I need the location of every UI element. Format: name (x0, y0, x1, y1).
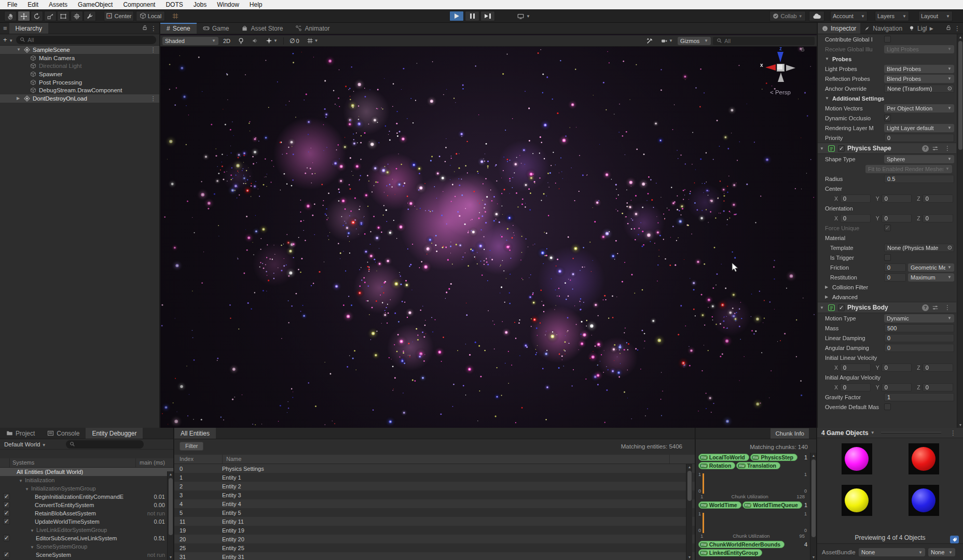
component-tag-linkedentitygroup[interactable]: RWLinkedEntityGroup (698, 549, 762, 556)
foldout-open-icon[interactable]: ▼ (30, 528, 34, 533)
scene-camera-dropdown[interactable]: ▼ (658, 36, 676, 45)
hierarchy-menu-icon[interactable]: ≡ (0, 24, 9, 32)
inspector-lock-icon[interactable] (945, 24, 952, 32)
hierarchy-item-dontdestroyonload[interactable]: ▶DontDestroyOnLoad⋮ (0, 94, 159, 103)
space-toggle[interactable]: Local (136, 11, 165, 21)
component-tag-worldtimequeue[interactable]: RWWorldTimeQueue (742, 501, 802, 509)
component-tag-localtoworld[interactable]: RWLocalToWorld (698, 454, 749, 461)
component-enabled-checkbox[interactable] (838, 304, 845, 311)
dropdown[interactable]: Sphere▼ (884, 155, 954, 163)
system-row-begininitializationentitycommande[interactable]: BeginInitializationEntityCommandE0.01 (0, 493, 173, 501)
preview-tile[interactable] (842, 485, 872, 516)
hierarchy-item-main-camera[interactable]: Main Camera (0, 54, 159, 62)
custom-editor-tool-button[interactable] (84, 11, 96, 21)
system-row-all-entities-default-world-[interactable]: All Entities (Default World) (0, 468, 173, 476)
component-header-physics-body[interactable]: ▼Physics Body?⋮ (818, 302, 956, 313)
preview-tile[interactable] (909, 485, 939, 516)
gizmo-cube[interactable] (777, 64, 785, 72)
component-tag-worldtime[interactable]: RWWorldTime (698, 501, 741, 509)
entities-scrollbar[interactable]: ▲ ▼ (686, 464, 692, 560)
x-field[interactable]: 0 (840, 194, 871, 203)
z-axis-cone[interactable] (777, 52, 783, 62)
component-tag-translation[interactable]: RWTranslation (736, 462, 780, 469)
foldout-open-icon[interactable]: ▼ (825, 96, 830, 101)
hierarchy-item-directional-light[interactable]: Directional Light (0, 62, 159, 70)
value-field[interactable]: 0 (884, 344, 954, 352)
menu-item-dots[interactable]: DOTS (160, 0, 188, 9)
tab-inspector[interactable]: i Inspector (818, 23, 860, 34)
z-field[interactable]: 0 (923, 214, 953, 222)
component-tag-rotation[interactable]: RWRotation (698, 462, 735, 469)
orientation-gizmo[interactable]: z x (762, 49, 799, 86)
entity-row[interactable]: 3Entity 3 (174, 491, 695, 499)
filter-button[interactable]: Filter (180, 442, 203, 451)
entity-row[interactable]: 2Entity 2 (174, 482, 695, 491)
value-field[interactable]: 1 (884, 393, 954, 401)
object-picker-icon[interactable]: ⊙ (947, 85, 952, 92)
system-enabled-checkbox[interactable] (3, 518, 10, 525)
scene-visibility-toggle[interactable]: ∅0 (287, 36, 302, 45)
pivot-toggle[interactable]: Center (104, 11, 134, 21)
scene-viewport[interactable] (160, 47, 817, 428)
dropdown[interactable]: Light Layer default▼ (884, 124, 954, 132)
menu-item-assets[interactable]: Assets (44, 0, 73, 9)
value-field[interactable]: 0.5 (884, 175, 954, 183)
component-kebab-icon[interactable]: ⋮ (942, 145, 953, 152)
value-field[interactable]: 0 (884, 273, 906, 282)
system-row-converttoentitysystem[interactable]: ConvertToEntitySystem0.00 (0, 501, 173, 509)
value-field[interactable]: 0 (884, 263, 906, 272)
chunks-scrollbar[interactable]: ▲ ▼ (810, 453, 816, 560)
foldout-open-icon[interactable]: ▼ (17, 47, 21, 52)
checkbox[interactable] (884, 115, 891, 121)
system-row-scenesystemgroup[interactable]: ▼SceneSystemGroup (0, 542, 173, 551)
system-row-editorsubscenelivelinksystem[interactable]: EditorSubSceneLiveLinkSystem0.51 (0, 534, 173, 542)
gizmo-lock-icon[interactable] (800, 47, 805, 53)
inspector-kebab-icon[interactable]: ⋮ (952, 25, 963, 32)
preview-splitter-handle[interactable] (881, 432, 941, 433)
tab-all-entities[interactable]: All Entities (174, 428, 216, 439)
menu-item-window[interactable]: Window (212, 0, 244, 9)
foldout-open-icon[interactable]: ▼ (25, 487, 29, 492)
object-picker-icon[interactable]: ⊙ (947, 244, 952, 251)
hand-tool-button[interactable] (4, 11, 17, 21)
tab-entity-debugger[interactable]: Entity Debugger (86, 428, 143, 439)
scene-audio-toggle[interactable] (249, 36, 261, 45)
foldout-closed-icon[interactable]: ▶ (17, 96, 20, 101)
menu-item-help[interactable]: Help (244, 0, 268, 9)
x-field[interactable]: 0 (840, 214, 871, 222)
scene-effects-dropdown[interactable]: ▼ (263, 36, 280, 45)
y-field[interactable]: 0 (882, 383, 912, 391)
foldout-open-icon[interactable]: ▼ (825, 57, 830, 61)
scene-grid-dropdown[interactable]: ▼ (304, 36, 321, 45)
z-field[interactable]: 0 (923, 383, 953, 391)
transform-tool-button[interactable] (71, 11, 83, 21)
system-enabled-checkbox[interactable] (3, 493, 10, 500)
dropdown[interactable]: Per Object Motion▼ (884, 104, 954, 113)
asset-labels-button[interactable] (950, 536, 959, 543)
hierarchy-search[interactable]: All (16, 36, 156, 44)
checkbox[interactable] (884, 254, 891, 261)
system-row-initializationsystemgroup[interactable]: ▼InitializationSystemGroup (0, 484, 173, 493)
system-row-scenesystem[interactable]: SceneSystemnot run (0, 551, 173, 559)
system-enabled-checkbox[interactable] (3, 535, 10, 541)
shading-mode-dropdown[interactable]: Shaded▼ (162, 37, 218, 45)
x-field[interactable]: 0 (840, 363, 871, 372)
y-field[interactable]: 0 (882, 363, 912, 372)
component-enabled-checkbox[interactable] (838, 145, 845, 152)
component-tag-chunkworldrenderbounds[interactable]: RWChunkWorldRenderBounds (698, 541, 785, 548)
help-icon[interactable]: ? (922, 304, 929, 311)
system-row-livelinkeditorsystemgroup[interactable]: ▼LiveLinkEditorSystemGroup (0, 526, 173, 534)
display-target-dropdown[interactable]: ▼ (514, 11, 533, 21)
add-object-button[interactable]: + ▼ (3, 36, 13, 44)
checkbox[interactable] (884, 403, 891, 410)
pause-button[interactable] (465, 11, 479, 21)
value-field[interactable]: 0 (884, 334, 954, 342)
system-enabled-checkbox[interactable] (3, 551, 10, 558)
tab-scene[interactable]: #Scene (160, 23, 197, 34)
tab-lighting[interactable]: Ligl (906, 23, 930, 34)
system-enabled-checkbox[interactable] (3, 510, 10, 516)
tab-animator[interactable]: Animator (289, 23, 336, 34)
scene-lighting-toggle[interactable] (235, 36, 247, 45)
hierarchy-item-kebab-icon[interactable]: ⋮ (150, 46, 157, 53)
preview-header-dropdown-icon[interactable]: ▼ (871, 430, 875, 435)
